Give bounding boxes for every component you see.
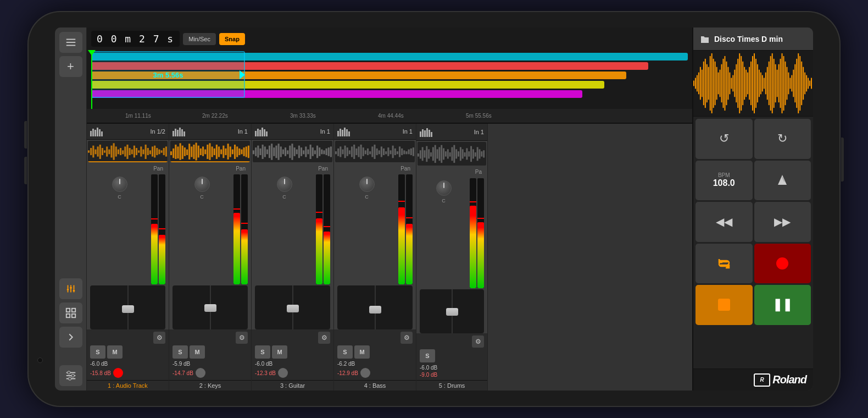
svg-rect-201 (422, 147, 424, 161)
menu-button[interactable] (59, 32, 82, 53)
channel-5-name: 5 : Drums (416, 380, 487, 391)
channel-2-settings[interactable]: ⚙ (236, 332, 248, 344)
loop-button[interactable] (695, 244, 753, 284)
svg-rect-63 (165, 146, 167, 156)
channel-3-mute[interactable]: M (272, 345, 287, 359)
channel-4-settings[interactable]: ⚙ (400, 332, 413, 344)
svg-rect-287 (783, 56, 784, 111)
channel-3-solo[interactable]: S (255, 345, 270, 359)
svg-rect-184 (397, 151, 398, 154)
channel-1-pan-knob[interactable] (112, 177, 127, 192)
channel-1-solo[interactable]: S (90, 345, 105, 359)
channel-3-record-dot[interactable] (278, 368, 288, 378)
svg-rect-1 (66, 42, 75, 43)
svg-rect-282 (775, 64, 776, 102)
timeline-tracks[interactable]: 3m 5.56s 1m 11.11s 2m 22.22s 3m 33.33s 4… (87, 50, 692, 123)
svg-rect-39 (110, 146, 112, 158)
channel-5-solo[interactable]: S (420, 349, 435, 362)
channel-4-pan-knob[interactable] (359, 177, 375, 192)
svg-rect-295 (796, 59, 797, 108)
svg-rect-209 (438, 147, 440, 161)
svg-rect-303 (809, 81, 810, 86)
svg-rect-262 (742, 62, 743, 105)
svg-rect-50 (136, 148, 137, 155)
power-button[interactable] (841, 138, 844, 182)
channel-4-solo[interactable]: S (337, 345, 353, 359)
channel-2-mute[interactable]: M (190, 345, 205, 359)
channel-3-db2: -12.3 dB (255, 370, 276, 376)
channel-3-name: 3 : Guitar (252, 380, 333, 391)
snap-button[interactable]: Snap (219, 33, 245, 45)
channel-4-record-dot[interactable] (360, 368, 370, 378)
channel-5-settings[interactable]: ⚙ (472, 336, 484, 348)
channel-1-settings[interactable]: ⚙ (153, 332, 165, 344)
volume-down-button[interactable] (24, 157, 27, 184)
svg-rect-92 (216, 145, 218, 159)
svg-rect-68 (179, 128, 181, 136)
svg-rect-297 (799, 56, 800, 111)
channel-2-name: 2 : Keys (169, 380, 251, 391)
undo-button[interactable]: ↺ (695, 119, 753, 159)
svg-rect-83 (196, 142, 197, 160)
eq-button[interactable] (59, 278, 82, 299)
svg-rect-187 (403, 150, 405, 154)
channel-3-pan-section: Pan (252, 163, 333, 173)
svg-rect-125 (275, 146, 277, 158)
channel-4-fader[interactable] (369, 306, 381, 314)
fast-forward-button[interactable]: ▶▶ (754, 202, 811, 242)
screen: + 0 0 m 2 7 s Min/Sec S (55, 28, 813, 391)
stop-button[interactable] (695, 285, 753, 325)
channel-5-pan-knob[interactable] (436, 180, 452, 196)
channel-3-fader[interactable] (287, 305, 299, 312)
svg-rect-204 (428, 149, 430, 158)
channel-1-fader[interactable] (122, 305, 134, 313)
record-button[interactable] (754, 244, 811, 284)
svg-rect-47 (129, 148, 131, 155)
svg-rect-158 (337, 148, 339, 156)
svg-rect-202 (424, 150, 426, 157)
svg-rect-207 (435, 145, 436, 163)
export-button[interactable] (59, 327, 82, 348)
volume-up-button[interactable] (24, 121, 27, 148)
svg-rect-233 (695, 78, 696, 89)
channel-2-solo[interactable]: S (173, 345, 188, 359)
channel-1-record-dot[interactable] (113, 368, 123, 378)
channel-3-pan-knob[interactable] (277, 177, 292, 192)
channel-5-db1: -6.0 dB (420, 364, 484, 372)
play-button[interactable]: ❚❚ (754, 285, 811, 325)
time-display-row: 0 0 m 2 7 s Min/Sec Snap (87, 28, 692, 50)
mixer-button[interactable] (59, 365, 82, 386)
channel-4-mute[interactable]: M (354, 345, 370, 359)
svg-rect-221 (464, 152, 466, 157)
channel-2-record-dot[interactable] (196, 368, 205, 378)
channel-2-pan-knob[interactable] (194, 177, 210, 192)
min-sec-button[interactable]: Min/Sec (183, 33, 216, 45)
svg-rect-146 (323, 150, 325, 154)
rewind-button[interactable]: ◀◀ (695, 202, 753, 242)
channel-3-settings[interactable]: ⚙ (318, 332, 330, 344)
svg-rect-89 (209, 143, 210, 160)
channel-2-fader[interactable] (204, 304, 216, 312)
svg-rect-111 (261, 128, 263, 136)
svg-rect-192 (420, 131, 421, 137)
channel-4-waveform (335, 141, 415, 162)
svg-rect-65 (173, 131, 174, 136)
svg-rect-60 (158, 150, 160, 155)
svg-rect-226 (475, 152, 476, 157)
front-camera (37, 358, 43, 363)
timeline-selection[interactable]: 3m 5.56s (91, 51, 245, 98)
svg-rect-70 (183, 131, 185, 136)
tracks-button[interactable] (59, 302, 82, 323)
channel-1-mute[interactable]: M (107, 345, 123, 359)
add-track-button[interactable]: + (59, 56, 82, 77)
svg-rect-180 (387, 147, 389, 156)
svg-rect-283 (777, 70, 778, 97)
svg-rect-79 (186, 150, 188, 155)
redo-button[interactable]: ↻ (754, 119, 811, 159)
svg-rect-24 (94, 130, 96, 136)
svg-rect-269 (754, 53, 755, 113)
metronome-button[interactable] (754, 161, 811, 201)
svg-rect-23 (92, 129, 94, 136)
svg-rect-272 (759, 70, 760, 97)
channel-5-fader[interactable] (446, 308, 458, 316)
